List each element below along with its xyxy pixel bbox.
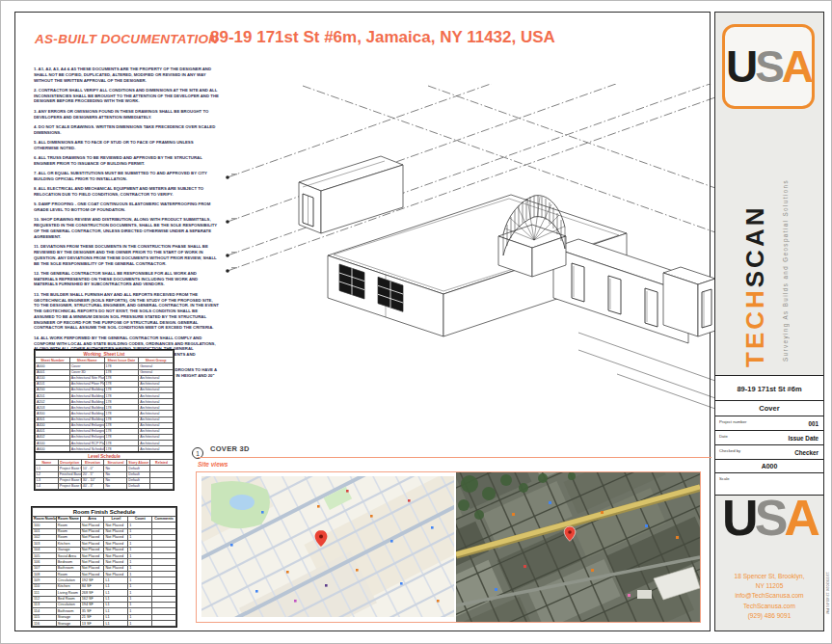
note-item: 4. DO NOT SCALE DRAWINGS. WRITTEN DIMENS… (34, 124, 219, 136)
note-item: 7. ALL OR EQUAL SUBSTITUTIONS MUST BE SU… (34, 171, 219, 182)
level-marker-icons (226, 174, 237, 273)
document-type-label: AS-BUILT DOCUMENTATION (35, 32, 218, 46)
satellite-map-image (456, 472, 700, 622)
usa-logo: USA (726, 44, 811, 89)
site-views-panel (196, 471, 701, 623)
main-drawing-area: AS-BUILT DOCUMENTATION 89-19 171st St #6… (14, 12, 711, 631)
contact-line: 18 Spencer St, Brooklyn, (715, 572, 823, 581)
project-address-row: 89-19 171st St #6m (715, 376, 823, 401)
contact-line: (929) 486 9091 (715, 611, 823, 621)
techscan-tagline: Surveying As Builds and Geospatial Solut… (782, 121, 789, 362)
note-item: 12. THE GENERAL CONTRACTOR SHALL BE RESP… (34, 271, 219, 287)
level-schedule-title: Level Schedule (36, 453, 174, 460)
view-title-bar: 1 COVER 3D (192, 443, 712, 472)
project-info-table: 89-19 171st St #6m Cover Project number … (715, 375, 823, 496)
note-item: 2. CONTRACTOR SHALL VERIFY ALL CONDITION… (34, 88, 219, 104)
note-item: 11. DEVIATIONS FROM THESE DOCUMENTS IN T… (34, 244, 219, 266)
view-title: COVER 3D (210, 444, 250, 453)
room-finish-schedule-table: Room Finish Schedule Room Number Room Na… (31, 506, 177, 628)
site-views-label: Site views (198, 461, 228, 468)
view-title-underline (198, 457, 711, 458)
sheet-number-row: A000 (715, 460, 823, 473)
sheet-list-title: Working_Sheet List (36, 351, 174, 358)
contact-line: TechScanusa.com (715, 602, 823, 611)
cover-3d-isometric-drawing (214, 84, 715, 445)
room-schedule-title: Room Finish Schedule (33, 508, 176, 517)
note-item: 8. ALL ELECTRICAL AND MECHANICAL EQUIPME… (34, 186, 219, 198)
print-timestamp: 12/23/2024 12:40:46 PM (825, 572, 830, 614)
title-block: USA TECHSCAN Surveying As Builds and Geo… (714, 12, 824, 631)
level-schedule-row: L4 Project Base Point 40' - 3" No Defaul… (36, 483, 174, 489)
drawing-sheet: AS-BUILT DOCUMENTATION 89-19 171st St #6… (0, 0, 832, 644)
room-schedule-row: 116 Storage 13 SF L1 1 (33, 621, 176, 627)
checked-by-row: Checked by Checker (715, 445, 823, 460)
contact-info: 18 Spencer St, Brooklyn,NY 11205info@Tec… (715, 572, 823, 621)
note-item: 1. A1, A2, A3, A4 & A5 THESE DOCUMENTS A… (34, 67, 219, 83)
note-item: 3. ANY ERRORS OR OMISSIONS FOUND IN THES… (34, 109, 219, 121)
level-schedule-table: Level Schedule Name Description Elevatio… (34, 451, 174, 491)
note-item: 5. ALL DIMENSIONS ARE TO FACE OF STUD OR… (34, 140, 219, 151)
note-item: 6. ALL TRUSS DRAWINGS TO BE REVIEWED AND… (34, 155, 219, 167)
sheet-title-row: Cover (715, 401, 823, 416)
project-number-row: Project number 001 (715, 416, 823, 431)
street-map-image (201, 476, 454, 617)
project-address-title: 89-19 171st St #6m, Jamaica, NY 11432, U… (210, 28, 555, 47)
usa-logo-badge: USA (722, 24, 815, 109)
sheet-list-table: Working_Sheet List Sheet Number Sheet Na… (34, 349, 174, 453)
note-item: 10. SHOP DRAWING REVIEW AND DISTRIBUTION… (34, 217, 219, 239)
note-item: 9. DAMP PROOFING - ONE COAT CONTINUOUS E… (34, 201, 219, 213)
contact-line: NY 11205 (715, 581, 823, 591)
techscan-wordmark: TECHSCAN (740, 115, 770, 367)
contact-line: info@TechScanusa.com (715, 591, 823, 601)
usa-logo-large: USA (715, 493, 823, 543)
note-item: 13. THE BUILDER SHALL FURNISH ANY AND AL… (34, 292, 219, 332)
date-row: Date Issue Date (715, 431, 823, 445)
general-notes: 1. A1, A2, A3, A4 & A5 THESE DOCUMENTS A… (34, 67, 219, 389)
